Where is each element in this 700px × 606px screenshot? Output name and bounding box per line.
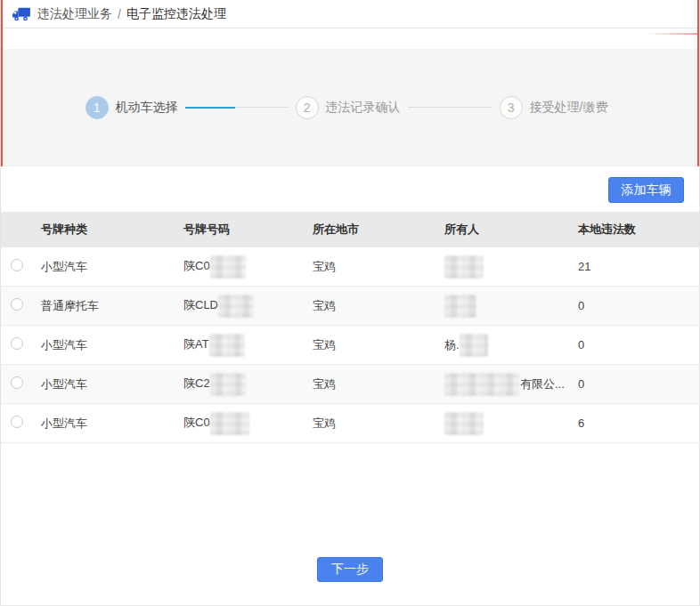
step-1-label: 机动车选择 — [116, 100, 178, 116]
vehicle-radio[interactable] — [11, 376, 23, 389]
cell-plate-type: 小型汽车 — [41, 376, 183, 392]
redacted-owner — [444, 373, 519, 396]
cell-city: 宝鸡 — [313, 337, 444, 353]
table-row: 小型汽车 陕C2 宝鸡 有限公... 0 — [1, 365, 699, 404]
cell-city: 宝鸡 — [313, 298, 444, 314]
breadcrumb-separator: / — [118, 7, 121, 21]
cell-plate-number: 陕AT — [183, 334, 313, 357]
annotation-line-right — [697, 0, 699, 166]
cell-violation-count: 21 — [578, 260, 699, 273]
vehicle-radio[interactable] — [11, 298, 23, 311]
cell-plate-number: 陕C0 — [183, 412, 313, 435]
stepper-section: 1 机动车选择 2 违法记录确认 3 接受处理/缴费 — [1, 49, 699, 166]
cell-city: 宝鸡 — [313, 416, 444, 432]
cell-plate-number: 陕CLD — [183, 295, 313, 318]
footer-area: 下一步 — [1, 443, 699, 606]
step-1-circle: 1 — [85, 96, 109, 119]
step-3-label: 接受处理/缴费 — [530, 100, 608, 116]
spacer — [1, 28, 699, 49]
add-vehicle-button[interactable]: 添加车辆 — [608, 177, 684, 203]
step-connector-2 — [408, 107, 492, 108]
header-owner: 所有人 — [444, 222, 578, 238]
cell-violation-count: 0 — [578, 338, 699, 351]
redacted-owner — [444, 295, 476, 318]
cell-plate-number: 陕C0 — [183, 255, 313, 279]
step-3-circle: 3 — [500, 96, 523, 119]
cell-city: 宝鸡 — [313, 259, 444, 275]
table-row: 小型汽车 陕C0 宝鸡 21 — [1, 247, 699, 287]
annotation-tick — [646, 33, 697, 35]
cell-plate-number: 陕C2 — [183, 373, 313, 396]
vehicle-table: 号牌种类 号牌号码 所在地市 所有人 本地违法数 小型汽车 陕C0 宝鸡 21 … — [1, 212, 699, 443]
cell-owner: 杨. — [444, 334, 578, 357]
breadcrumb: 违法处理业务 / 电子监控违法处理 — [1, 0, 699, 28]
breadcrumb-section[interactable]: 违法处理业务 — [37, 6, 112, 22]
redacted-owner — [460, 334, 488, 357]
cell-plate-type: 小型汽车 — [41, 416, 183, 432]
header-violation-count: 本地违法数 — [578, 222, 699, 238]
truck-icon — [12, 6, 31, 22]
vehicle-radio[interactable] — [11, 259, 23, 271]
cell-violation-count: 6 — [578, 416, 699, 430]
cell-plate-type: 小型汽车 — [41, 259, 183, 275]
redacted-plate — [210, 255, 246, 279]
redacted-plate — [210, 412, 249, 435]
next-step-button[interactable]: 下一步 — [317, 557, 383, 582]
annotation-line-left — [1, 0, 3, 166]
step-connector-1 — [185, 107, 289, 109]
cell-plate-type: 小型汽车 — [41, 337, 183, 353]
header-plate-number: 号牌号码 — [183, 222, 313, 238]
cell-city: 宝鸡 — [313, 376, 444, 392]
header-plate-type: 号牌种类 — [41, 222, 183, 238]
cell-owner — [444, 295, 578, 318]
page: 违法处理业务 / 电子监控违法处理 1 机动车选择 2 违法记录确认 3 接受处… — [0, 0, 700, 606]
vehicle-radio[interactable] — [11, 416, 23, 428]
step-2-label: 违法记录确认 — [326, 100, 401, 116]
stepper: 1 机动车选择 2 违法记录确认 3 接受处理/缴费 — [85, 96, 615, 119]
cell-violation-count: 0 — [578, 299, 699, 312]
table-row: 普通摩托车 陕CLD 宝鸡 0 — [1, 287, 699, 326]
cell-plate-type: 普通摩托车 — [41, 298, 183, 314]
step-2-circle: 2 — [296, 96, 319, 119]
cell-violation-count: 0 — [578, 377, 699, 391]
table-row: 小型汽车 陕AT 宝鸡 杨. 0 — [1, 326, 699, 365]
redacted-plate — [209, 334, 245, 357]
vehicle-radio[interactable] — [11, 337, 23, 350]
cell-owner — [444, 255, 578, 279]
table-header-row: 号牌种类 号牌号码 所在地市 所有人 本地违法数 — [1, 212, 699, 247]
cell-owner: 有限公... — [444, 373, 578, 396]
redacted-plate — [210, 373, 246, 396]
breadcrumb-current-page: 电子监控违法处理 — [126, 6, 226, 22]
redacted-plate — [218, 295, 254, 318]
redacted-owner — [444, 255, 484, 279]
redacted-owner — [444, 412, 484, 435]
toolbar: 添加车辆 — [1, 166, 699, 212]
table-row: 小型汽车 陕C0 宝鸡 6 — [1, 404, 699, 443]
header-city: 所在地市 — [313, 222, 444, 238]
cell-owner — [444, 412, 578, 435]
